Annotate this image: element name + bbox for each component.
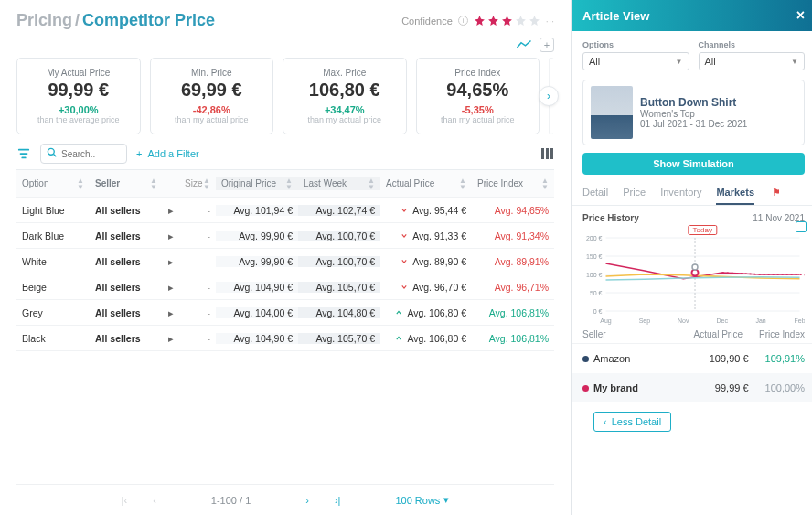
chevron-down-icon: ▼ [791,58,798,66]
price-history-chart: Today 0 €50 €100 €150 €200 €AugSepNovDec… [582,225,805,326]
tab-price[interactable]: Price [623,182,646,205]
expand-chart-icon[interactable] [796,221,807,232]
kpi-card: Min. Price69,99 €-42,86%than my actual p… [150,58,274,134]
confidence-indicator: Confidence i ··· [401,15,554,27]
table-header: Option▲▼ Seller▲▼ Size▲▼ Original Price▲… [16,170,554,198]
svg-text:Feb: Feb [794,317,805,324]
cards-next-button[interactable]: › [539,86,559,106]
show-simulation-button[interactable]: Show Simulation [582,153,805,175]
tab-detail[interactable]: Detail [582,182,608,205]
expand-row-icon[interactable]: ▸ [163,256,179,267]
svg-text:Dec: Dec [716,317,728,324]
svg-point-23 [692,264,698,270]
search-icon [47,147,57,160]
table-row[interactable]: Light BlueAll sellers▸-Avg. 101,94 €Avg.… [16,198,554,223]
less-detail-button[interactable]: ‹ Less Detail [593,412,671,432]
breadcrumb: Pricing/ Competitor Price [16,11,215,30]
search-input[interactable] [61,149,121,159]
pager: |‹ ‹ 1-100 / 1 › ›| 100 Rows ▾ [16,484,554,515]
star-icon [474,15,486,27]
svg-line-1 [54,155,57,157]
table-row[interactable]: BlackAll sellers▸-Avg. 104,90 €Avg. 105,… [16,326,554,351]
search-input-wrap[interactable] [40,144,127,164]
svg-rect-2 [541,148,544,159]
svg-text:Jan: Jan [755,317,765,324]
options-select[interactable]: All▼ [582,52,689,70]
table-row[interactable]: GreyAll sellers▸-Avg. 104,00 €Avg. 104,8… [16,300,554,326]
svg-text:Aug: Aug [600,317,612,325]
pager-first-icon[interactable]: |‹ [122,495,128,506]
columns-toggle-icon[interactable] [541,148,554,159]
col-price-index[interactable]: Price Index▲▼ [472,177,554,190]
seller-col-header: Seller [582,329,606,339]
trend-chart-icon[interactable] [516,39,532,50]
table-row[interactable]: Dark BlueAll sellers▸-Avg. 99,90 €Avg. 1… [16,223,554,249]
star-icon [501,15,513,27]
star-icon [529,15,540,27]
channels-select[interactable]: All▼ [699,52,806,70]
svg-text:50 €: 50 € [590,290,603,296]
star-icon [487,15,499,27]
svg-text:200 €: 200 € [586,235,603,241]
svg-rect-4 [550,148,553,159]
breadcrumb-current: Competitor Price [82,11,215,30]
channels-label: Channels [699,40,806,49]
kpi-card: Price Index94,65%-5,35%than my actual pr… [416,58,540,134]
expand-row-icon[interactable]: ▸ [163,205,179,216]
svg-text:100 €: 100 € [586,272,603,278]
svg-text:Sep: Sep [639,317,651,325]
product-title: Button Down Shirt [640,96,796,109]
star-ellipsis: ··· [546,16,554,27]
product-thumbnail [591,86,633,139]
tab-inventory[interactable]: Inventory [660,182,701,205]
options-label: Options [582,40,689,49]
close-icon[interactable]: × [796,7,805,24]
table-row[interactable]: BeigeAll sellers▸-Avg. 104,90 €Avg. 105,… [16,274,554,300]
expand-row-icon[interactable]: ▸ [163,282,179,293]
pager-last-icon[interactable]: ›| [335,495,341,506]
breadcrumb-root[interactable]: Pricing [16,11,72,30]
product-card: Button Down Shirt Women's Top 01 Jul 202… [582,80,805,145]
expand-row-icon[interactable]: ▸ [163,333,179,344]
svg-text:0 €: 0 € [593,308,603,315]
table-row[interactable]: WhiteAll sellers▸-Avg. 99,90 €Avg. 100,7… [16,249,554,274]
pager-rows-select[interactable]: 100 Rows ▾ [395,494,449,506]
add-widget-button[interactable]: + [540,38,554,52]
seller-row[interactable]: Amazon109,90 €109,91% [572,344,812,373]
price-history-title: Price History [582,213,639,223]
col-actual-price[interactable]: Actual Price▲▼ [380,177,472,190]
svg-rect-3 [546,148,549,159]
col-seller[interactable]: Seller▲▼ [90,177,163,190]
pager-prev-icon[interactable]: ‹ [153,495,156,506]
tab-markets[interactable]: Markets [716,182,754,205]
col-option[interactable]: Option▲▼ [16,177,90,190]
product-date-range: 01 Jul 2021 - 31 Dec 2021 [640,119,796,129]
svg-text:Nov: Nov [678,317,689,324]
kpi-card: My Actual Price99,99 €+30,00%than the av… [16,58,141,134]
info-icon[interactable]: i [458,16,468,26]
pager-range: 1-100 / 1 [211,495,251,506]
chevron-down-icon: ▼ [676,58,683,66]
svg-text:150 €: 150 € [586,253,603,260]
plus-icon: + [136,148,142,159]
panel-title: Article View [582,9,649,23]
expand-row-icon[interactable]: ▸ [163,307,179,318]
expand-row-icon[interactable]: ▸ [163,231,179,241]
col-original-price[interactable]: Original Price▲▼ [216,177,298,190]
col-size[interactable]: Size▲▼ [179,177,216,190]
tab-flag-icon[interactable]: ⚑ [769,182,781,205]
seller-row[interactable]: My brand99,99 €100,00% [572,373,812,402]
svg-point-0 [48,148,54,155]
add-filter-button[interactable]: + Add a Filter [136,148,199,159]
pager-next-icon[interactable]: › [305,495,309,506]
filter-toggle-icon[interactable] [16,146,31,161]
kpi-card: Max. Price106,80 €+34,47%than my actual … [283,58,407,134]
chevron-down-icon: ▾ [443,494,449,506]
star-icon [515,15,527,27]
chevron-left-icon: ‹ [604,416,607,427]
col-last-week[interactable]: Last Week▲▼ [298,177,380,190]
today-marker: Today [689,225,717,235]
product-subtitle: Women's Top [640,109,796,119]
